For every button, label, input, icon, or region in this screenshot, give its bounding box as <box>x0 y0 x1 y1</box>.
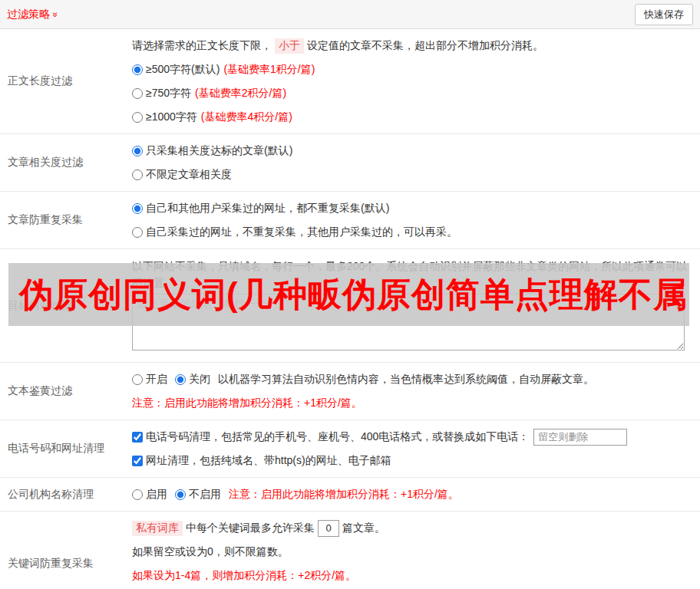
row-label: 关键词防重复采集 <box>0 512 132 589</box>
dedup-option-global[interactable]: 自己和其他用户采集过的网址，都不重复采集(默认) <box>132 196 694 220</box>
keyword-limit-suffix: 篇文章。 <box>342 522 385 535</box>
company-enable-label: 启用 <box>146 488 167 502</box>
page-title: 过滤策略 <box>7 8 50 21</box>
row-content: 私有词库 中每个关键词最多允许采集 篇文章。 如果留空或设为0，则不限篇数。 如… <box>132 512 700 589</box>
length-750-label: ≥750字符 <box>146 87 191 100</box>
url-cleanup-label: 网址清理，包括纯域名、带http(s)的网址、电子邮箱 <box>146 454 391 468</box>
row-content: 电话号码清理，包括常见的手机号、座机号、400电话格式，或替换成如下电话： 网址… <box>132 420 700 477</box>
quick-save-button[interactable]: 快速保存 <box>635 4 693 25</box>
url-cleanup-checkbox[interactable] <box>132 456 143 466</box>
length-option-1000[interactable]: ≥1000字符 (基础费率4积分/篇) <box>132 105 694 129</box>
row-relevance-filter: 文章相关度过滤 只采集相关度达标的文章(默认) 不限定文章相关度 <box>0 134 700 192</box>
phone-cleanup-label: 电话号码清理，包括常见的手机号、座机号、400电话格式，或替换成如下电话： <box>146 430 529 444</box>
length-option-750[interactable]: ≥750字符 (基础费率2积分/篇) <box>132 81 694 105</box>
row-label: 电话号码和网址清理 <box>0 420 132 477</box>
relevance-any-radio[interactable] <box>132 169 143 180</box>
row-content: 以下网站不采集，只填域名，每行一个，最多200个。系统会自动识别并屏蔽那些非文章… <box>132 249 700 362</box>
length-1000-radio[interactable] <box>132 112 143 123</box>
row-content: 自己和其他用户采集过的网址，都不重复采集(默认) 自己采集过的网址，不重复采集，… <box>132 192 700 248</box>
relevance-any-label: 不限定文章相关度 <box>146 168 232 182</box>
porn-filter-description: 以机器学习算法自动识别色情内容，当色情概率达到系统阈值，自动屏蔽文章。 <box>218 373 594 387</box>
dedup-self-radio[interactable] <box>132 227 143 238</box>
porn-filter-on-option[interactable]: 开启 <box>132 373 167 387</box>
relevance-strict-radio[interactable] <box>132 146 143 156</box>
length-500-radio[interactable] <box>132 64 143 75</box>
body-length-intro: 请选择需求的正文长度下限， 小于 设定值的文章不采集，超出部分不增加积分消耗。 <box>132 34 694 58</box>
company-cleanup-disable-option[interactable]: 不启用 <box>175 488 221 502</box>
relevance-option-any[interactable]: 不限定文章相关度 <box>132 163 694 186</box>
row-label: 公司机构名称清理 <box>0 478 132 511</box>
row-content: 开启 关闭 以机器学习算法自动识别色情内容，当色情概率达到系统阈值，自动屏蔽文章… <box>132 363 700 420</box>
length-1000-fee-note: (基础费率4积分/篇) <box>201 110 292 124</box>
porn-off-radio[interactable] <box>175 374 186 385</box>
length-500-fee-note: (基础费率1积分/篇) <box>223 63 315 77</box>
keyword-zero-note: 如果留空或设为0，则不限篇数。 <box>132 540 694 564</box>
length-750-fee-note: (基础费率2积分/篇) <box>195 87 286 100</box>
keyword-max-count-input[interactable] <box>318 520 339 537</box>
company-cleanup-enable-option[interactable]: 启用 <box>132 488 167 502</box>
porn-filter-cost-note: 注意：启用此功能将增加积分消耗：+1积分/篇。 <box>132 391 694 415</box>
row-content: 只采集相关度达标的文章(默认) 不限定文章相关度 <box>132 134 700 191</box>
row-content: 启用 不启用 注意：启用此功能将增加积分消耗：+1积分/篇。 <box>132 478 700 511</box>
keyword-cost-note: 如果设为1-4篇，则增加积分消耗：+2积分/篇。 <box>132 564 694 587</box>
length-750-radio[interactable] <box>132 88 143 99</box>
dedup-global-label: 自己和其他用户采集过的网址，都不重复采集(默认) <box>146 202 389 216</box>
porn-off-label: 关闭 <box>189 373 210 387</box>
relevance-strict-label: 只采集相关度达标的文章(默认) <box>146 144 292 158</box>
porn-on-label: 开启 <box>146 373 167 387</box>
row-label: 正文长度过滤 <box>0 29 132 133</box>
filter-strategy-page: 过滤策略 » 快速保存 正文长度过滤 请选择需求的正文长度下限， 小于 设定值的… <box>0 0 700 589</box>
private-lexicon-link[interactable]: 私有词库 <box>132 521 183 536</box>
less-than-highlight: 小于 <box>275 38 304 54</box>
length-1000-label: ≥1000字符 <box>146 110 197 124</box>
url-cleanup-option[interactable]: 网址清理，包括纯域名、带http(s)的网址、电子邮箱 <box>132 454 391 468</box>
row-label: 文章相关度过滤 <box>0 134 132 191</box>
company-cleanup-cost-note: 注意：启用此功能将增加积分消耗：+1积分/篇。 <box>229 488 459 502</box>
phone-cleanup-option[interactable]: 电话号码清理，包括常见的手机号、座机号、400电话格式，或替换成如下电话： <box>132 430 529 444</box>
relevance-option-strict[interactable]: 只采集相关度达标的文章(默认) <box>132 139 694 163</box>
row-label: 目标网站过滤 <box>0 249 132 362</box>
row-label: 文本鉴黄过滤 <box>0 363 132 420</box>
phone-cleanup-checkbox[interactable] <box>132 432 143 443</box>
intro-text-post: 设定值的文章不采集，超出部分不增加积分消耗。 <box>307 39 543 53</box>
row-label: 文章防重复采集 <box>0 192 132 248</box>
dedup-self-label: 自己采集过的网址，不重复采集，其他用户采集过的，可以再采。 <box>146 225 457 239</box>
dedup-option-self[interactable]: 自己采集过的网址，不重复采集，其他用户采集过的，可以再采。 <box>132 220 694 244</box>
replacement-phone-input[interactable] <box>533 429 627 446</box>
company-enable-radio[interactable] <box>132 489 143 500</box>
blocked-domains-textarea[interactable] <box>132 294 685 350</box>
intro-text-pre: 请选择需求的正文长度下限， <box>132 39 272 53</box>
page-title-toggle[interactable]: 过滤策略 » <box>7 8 58 21</box>
header-bar: 过滤策略 » 快速保存 <box>0 0 700 29</box>
row-porn-filter: 文本鉴黄过滤 开启 关闭 以机器学习算法自动识别色情内容，当色情概率达到系统阈值… <box>0 363 700 420</box>
porn-on-radio[interactable] <box>132 374 143 385</box>
row-phone-url-cleanup: 电话号码和网址清理 电话号码清理，包括常见的手机号、座机号、400电话格式，或替… <box>0 420 700 478</box>
length-500-label: ≥500字符(默认) <box>146 63 220 77</box>
length-option-500[interactable]: ≥500字符(默认) (基础费率1积分/篇) <box>132 58 694 81</box>
row-body-length-filter: 正文长度过滤 请选择需求的正文长度下限， 小于 设定值的文章不采集，超出部分不增… <box>0 29 700 134</box>
dedup-global-radio[interactable] <box>132 203 143 214</box>
row-content: 请选择需求的正文长度下限， 小于 设定值的文章不采集，超出部分不增加积分消耗。 … <box>132 29 700 133</box>
keyword-limit-text: 中每个关键词最多允许采集 <box>186 522 315 535</box>
row-company-name-cleanup: 公司机构名称清理 启用 不启用 注意：启用此功能将增加积分消耗：+1积分/篇。 <box>0 478 700 512</box>
porn-filter-off-option[interactable]: 关闭 <box>175 373 210 387</box>
row-target-site-filter: 目标网站过滤 以下网站不采集，只填域名，每行一个，最多200个。系统会自动识别并… <box>0 249 700 363</box>
target-site-description: 以下网站不采集，只填域名，每行一个，最多200个。系统会自动识别并屏蔽那些非文章… <box>132 254 694 291</box>
company-disable-label: 不启用 <box>189 488 221 502</box>
row-dedup-collection: 文章防重复采集 自己和其他用户采集过的网址，都不重复采集(默认) 自己采集过的网… <box>0 192 700 249</box>
row-keyword-dedup: 关键词防重复采集 私有词库 中每个关键词最多允许采集 篇文章。 如果留空或设为0… <box>0 512 700 589</box>
company-disable-radio[interactable] <box>175 489 186 500</box>
chevron-down-icon: » <box>51 12 60 17</box>
